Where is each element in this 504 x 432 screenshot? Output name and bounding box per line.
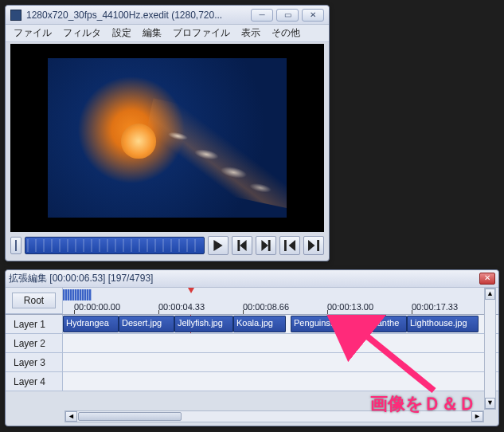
menu-file[interactable]: ファイル [9, 25, 57, 41]
root-button[interactable]: Root [12, 293, 56, 308]
go-start-button[interactable] [279, 236, 300, 255]
scroll-up-icon[interactable]: ▲ [485, 289, 495, 300]
clip[interactable]: Koala.jpg [233, 316, 286, 332]
ruler-tick: 00:00:08.66 [243, 302, 289, 312]
menu-other[interactable]: その他 [267, 25, 305, 41]
clip[interactable]: Desert.jpg [119, 316, 174, 332]
ruler-tick: 00:00:13.00 [327, 302, 373, 312]
window-controls: ─ ▭ ✕ [251, 9, 324, 22]
timeline-rows: Layer 1 HydrangeaDesert.jpgJellyfish.jpg… [6, 315, 498, 391]
clip[interactable]: Jellyfish.jpg [174, 316, 233, 332]
ruler-tick: 00:00:00.00 [74, 302, 120, 312]
maximize-button[interactable]: ▭ [276, 9, 299, 22]
ruler-tick: 00:00:04.33 [158, 302, 205, 312]
layer-track[interactable] [63, 334, 498, 352]
preview-window: 1280x720_30fps_44100Hz.exedit (1280,720.… [5, 5, 330, 261]
preview-image [48, 58, 287, 218]
timeline-close-button[interactable]: ✕ [479, 273, 495, 285]
timeline-header: Root 00:00:00.00 00:00:04.33 00:00:08.66… [6, 288, 498, 315]
vertical-scrollbar[interactable]: ▲ ▼ [484, 288, 496, 410]
layer-label[interactable]: Layer 2 [6, 334, 63, 352]
menu-settings[interactable]: 設定 [107, 25, 136, 41]
timeline-ruler[interactable]: 00:00:00.00 00:00:04.33 00:00:08.66 00:0… [63, 288, 498, 314]
timeline-titlebar[interactable]: 拡張編集 [00:00:06.53] [197/4793] ✕ [6, 270, 498, 288]
preview-viewport [10, 44, 324, 232]
layer-label[interactable]: Layer 4 [6, 372, 63, 391]
clip[interactable]: Penguins.jp [291, 316, 351, 332]
menu-edit[interactable]: 編集 [138, 25, 166, 41]
timeline-row: Layer 1 HydrangeaDesert.jpgJellyfish.jpg… [6, 315, 498, 334]
menubar: ファイル フィルタ 設定 編集 プロファイル 表示 その他 [6, 25, 329, 42]
timeline-title: 拡張編集 [00:00:06.53] [197/4793] [9, 272, 153, 285]
menu-filter[interactable]: フィルタ [58, 25, 106, 41]
minimize-button[interactable]: ─ [251, 9, 273, 22]
ruler-tick: 00:00:17.33 [412, 302, 458, 312]
menu-profile[interactable]: プロファイル [168, 25, 235, 41]
play-button[interactable] [208, 236, 229, 255]
root-button-cell: Root [6, 288, 63, 314]
preview-titlebar[interactable]: 1280x720_30fps_44100Hz.exedit (1280,720.… [6, 6, 329, 25]
seek-cursor-button[interactable] [10, 237, 21, 254]
waveform-icon [63, 289, 92, 300]
layer-track[interactable] [63, 372, 498, 391]
app-icon [10, 10, 21, 21]
preview-title: 1280x720_30fps_44100Hz.exedit (1280,720.… [26, 10, 251, 21]
seekbar[interactable] [25, 237, 205, 254]
timeline-row: Layer 3 [6, 353, 498, 372]
clip[interactable]: Hydrangea [63, 316, 119, 332]
prev-frame-button[interactable] [232, 236, 252, 255]
timeline-row: Layer 4 [6, 372, 498, 391]
scroll-down-icon[interactable]: ▼ [485, 398, 495, 409]
timeline-row: Layer 2 [6, 334, 498, 353]
transport-bar [10, 235, 324, 256]
annotation-label: 画像をＤ＆Ｄ [370, 392, 476, 416]
layer-track[interactable] [63, 353, 498, 371]
clip[interactable]: Chrysanthe [351, 316, 407, 332]
scroll-thumb[interactable] [78, 412, 182, 421]
go-end-button[interactable] [303, 236, 324, 255]
scroll-left-icon[interactable]: ◄ [65, 411, 77, 422]
clip[interactable]: Lighthouse.jpg [407, 316, 479, 332]
layer-track[interactable]: HydrangeaDesert.jpgJellyfish.jpgKoala.jp… [63, 315, 498, 333]
close-button[interactable]: ✕ [302, 9, 324, 22]
layer-label[interactable]: Layer 1 [6, 315, 63, 333]
menu-view[interactable]: 表示 [236, 25, 265, 41]
layer-label[interactable]: Layer 3 [6, 353, 63, 371]
next-frame-button[interactable] [256, 236, 276, 255]
